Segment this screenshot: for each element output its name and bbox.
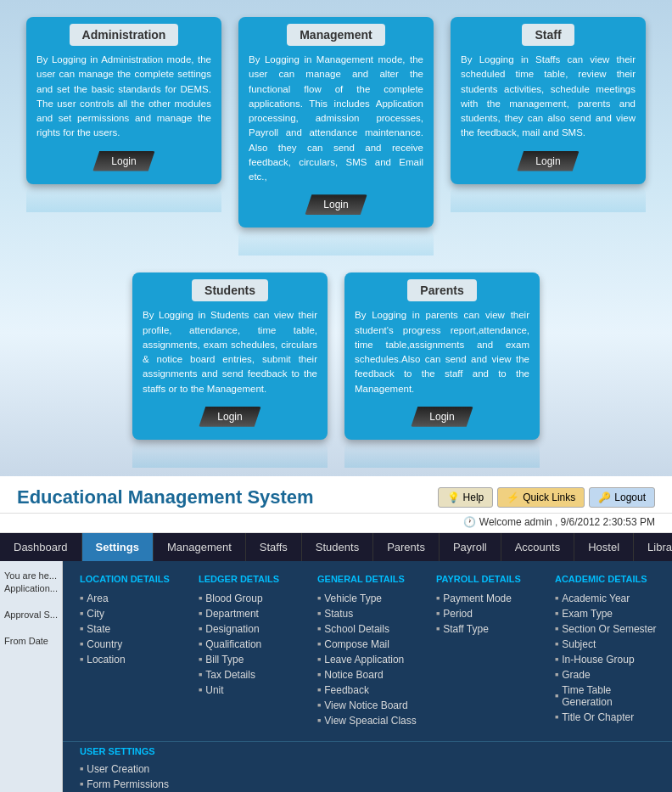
card-management: Management By Logging in Management mode… [238,17,434,256]
cards-row-1: Administration By Logging in Administrat… [25,17,647,256]
welcome-text: Welcome admin , 9/6/2012 2:30:53 PM [479,516,655,528]
menu-academic-details: ACADEMIC DETAILS Academic Year Exam Type… [555,574,657,728]
card-title-parents: Parents [407,279,476,301]
sidebar-breadcrumb: You are he... Application... Approval S.… [4,570,58,648]
menu-location-title: LOCATION DETAILS [80,574,182,584]
menu-item-staff-type[interactable]: Staff Type [436,621,538,637]
menu-item-payment-mode[interactable]: Payment Mode [436,591,538,606]
card-body-staff: By Logging in Staffs can view their sche… [451,53,646,141]
menu-item-title-or-chapter[interactable]: Title Or Chapter [555,710,657,725]
dropdown-menu: LOCATION DETAILS Area City State Country… [63,561,672,741]
menu-item-school-details[interactable]: School Details [317,621,419,637]
nav-bar: Dashboard Settings Management Staffs Stu… [0,533,672,561]
menu-general-details: GENERAL DETAILS Vehicle Type Status Scho… [317,574,419,728]
menu-location-details: LOCATION DETAILS Area City State Country… [80,574,182,728]
menu-academic-title: ACADEMIC DETAILS [555,574,657,584]
menu-item-designation[interactable]: Designation [199,621,300,637]
card-parents: Parents By Logging in parents can view t… [344,272,540,468]
menu-item-grade[interactable]: Grade [555,667,657,682]
menu-item-form-permissions[interactable]: Form Permissions [80,777,657,792]
nav-item-staffs[interactable]: Staffs [246,533,302,561]
nav-item-payroll[interactable]: Payroll [440,533,501,561]
menu-payroll-details: PAYROLL DETAILS Payment Mode Period Staf… [436,574,538,728]
menu-item-in-house-group[interactable]: In-House Group [555,652,657,667]
menu-item-bill-type[interactable]: Bill Type [199,652,300,667]
card-title-administration: Administration [70,24,179,46]
login-button-parents[interactable]: Login [411,407,473,427]
menu-item-state[interactable]: State [80,621,182,637]
menu-ledger-title: LEDGER DETAILS [199,574,300,584]
card-students: Students By Logging in Students can view… [132,272,328,468]
menu-item-department[interactable]: Department [199,606,300,621]
menu-item-section-or-semester[interactable]: Section Or Semester [555,621,657,637]
nav-item-students[interactable]: Students [302,533,373,561]
card-body-parents: By Logging in parents can view their stu… [344,308,540,396]
logout-icon: 🔑 [598,491,611,503]
app-header: Educational Management System 💡 Help ⚡ Q… [0,476,672,514]
card-administration: Administration By Logging in Administrat… [26,17,221,256]
menu-item-compose-mail[interactable]: Compose Mail [317,637,419,652]
nav-item-hostel[interactable]: Hostel [574,533,634,561]
menu-item-qualification[interactable]: Qualification [199,637,300,652]
quicklinks-label: Quick Links [523,491,575,503]
logout-label: Logout [614,491,646,503]
menu-item-country[interactable]: Country [80,637,182,652]
login-button-administration[interactable]: Login [92,151,154,171]
menu-item-status[interactable]: Status [317,606,419,621]
nav-item-library[interactable]: Library [634,533,672,561]
quick-links-button[interactable]: ⚡ Quick Links [497,487,585,508]
menu-item-tax-details[interactable]: Tax Details [199,667,300,682]
logout-button[interactable]: 🔑 Logout [589,487,655,508]
menu-item-notice-board[interactable]: Notice Board [317,667,419,682]
card-body-administration: By Logging in Administration mode, the u… [26,53,221,141]
login-button-management[interactable]: Login [305,194,367,215]
menu-item-area[interactable]: Area [80,591,182,606]
menu-payroll-title: PAYROLL DETAILS [436,574,538,584]
card-body-students: By Logging in Students can view their pr… [132,308,328,396]
menu-item-unit[interactable]: Unit [199,682,300,698]
menu-item-time-table-generation[interactable]: Time Table Generation [555,682,657,710]
menu-item-location[interactable]: Location [80,652,182,667]
help-button[interactable]: 💡 Help [438,487,494,508]
cards-row-2: Students By Logging in Students can view… [25,272,647,468]
menu-ledger-details: LEDGER DETAILS Blood Group Department De… [199,574,300,728]
sidebar-from-date: From Date [4,635,58,648]
card-body-management: By Logging in Management mode, the user … [238,53,434,184]
bottom-section: Educational Management System 💡 Help ⚡ Q… [0,476,672,792]
menu-item-view-notice-board[interactable]: View Notice Board [317,698,419,713]
menu-general-title: GENERAL DETAILS [317,574,419,584]
nav-item-settings[interactable]: Settings [82,533,154,561]
menu-item-city[interactable]: City [80,606,182,621]
card-title-staff: Staff [522,24,574,46]
menu-item-feedback[interactable]: Feedback [317,682,419,698]
sidebar-you-are-here: You are he... [4,570,58,582]
nav-item-accounts[interactable]: Accounts [501,533,574,561]
nav-item-management[interactable]: Management [154,533,246,561]
nav-item-dashboard[interactable]: Dashboard [0,533,82,561]
quicklinks-icon: ⚡ [507,491,519,503]
sidebar-approval: Approval S... [4,609,58,621]
help-label: Help [463,491,484,503]
menu-item-view-special-class[interactable]: View Speacial Class [317,713,419,728]
card-staff: Staff By Logging in Staffs can view thei… [451,17,646,256]
login-button-students[interactable]: Login [199,407,260,427]
menu-item-leave-application[interactable]: Leave Application [317,652,419,667]
menu-item-academic-year[interactable]: Academic Year [555,591,657,606]
menu-item-user-creation[interactable]: User Creation [80,761,657,777]
user-settings-section: USER SETTINGS User Creation Form Permiss… [63,741,672,792]
user-settings-title: USER SETTINGS [80,746,657,756]
header-buttons: 💡 Help ⚡ Quick Links 🔑 Logout [438,487,655,508]
nav-item-parents[interactable]: Parents [373,533,440,561]
menu-item-period[interactable]: Period [436,606,538,621]
menu-item-vehicle-type[interactable]: Vehicle Type [317,591,419,606]
sidebar: You are he... Application... Approval S.… [0,561,63,792]
clock-icon: 🕐 [463,516,476,528]
menu-item-blood-group[interactable]: Blood Group [199,591,300,606]
menu-item-subject[interactable]: Subject [555,637,657,652]
main-content: You are he... Application... Approval S.… [0,561,672,792]
sidebar-application: Application... [4,582,58,595]
top-section: Administration By Logging in Administrat… [0,0,672,476]
menu-item-exam-type[interactable]: Exam Type [555,606,657,621]
card-title-students: Students [192,279,268,301]
login-button-staff[interactable]: Login [517,151,579,171]
